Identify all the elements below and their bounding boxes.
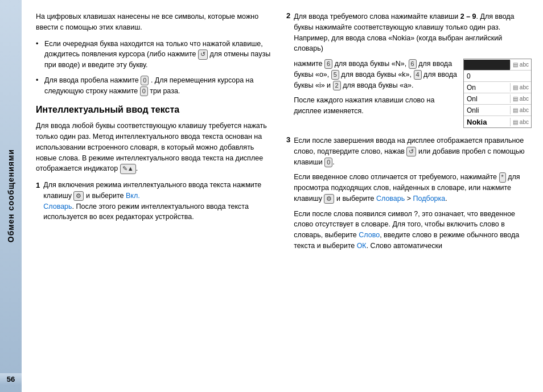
page-number: 56 xyxy=(0,373,22,385)
sidebar: Обмен сообщениями xyxy=(0,0,22,392)
step-1-content: Для включения режима интеллектуального в… xyxy=(43,180,275,222)
step-3-content: Если после завершения ввода на дисплее о… xyxy=(294,135,532,256)
abc-label-on: ▤ abc xyxy=(510,83,531,92)
key-6-n: 6 xyxy=(324,59,332,69)
word-text-nokia: Nokia xyxy=(464,117,510,127)
step-num-1: 1 xyxy=(36,180,40,222)
intro-text: На цифровых клавишах нанесены не все сим… xyxy=(36,11,275,33)
left-step-1: 1 Для включения режима интеллектуального… xyxy=(36,180,275,222)
abc-label-0: ▤ abc xyxy=(510,60,531,69)
key-4-i: 4 xyxy=(414,70,422,80)
word-box-empty: ▤ abc xyxy=(464,59,531,71)
section-title: Интеллектуальный ввод текста xyxy=(36,105,275,115)
dict-key-icon: ⚙ xyxy=(73,191,84,201)
step-2-row: 2 Для ввода требуемого слова нажимайте к… xyxy=(286,11,532,131)
word-text-on: On xyxy=(464,82,510,93)
step-num-3: 3 xyxy=(286,135,290,256)
key-5-k: 5 xyxy=(331,70,339,80)
ok-link[interactable]: ОК xyxy=(357,242,367,250)
left-column: На цифровых клавишах нанесены не все сим… xyxy=(36,11,275,381)
key-6-o: 6 xyxy=(409,59,417,69)
space-key-icon: 0 xyxy=(324,158,332,167)
confirm-key-icon: ↺ xyxy=(406,147,416,156)
word-box-0: 0 xyxy=(464,71,531,82)
zero-key-icon-2: 0 xyxy=(140,86,148,96)
podborka-link[interactable]: Подборка xyxy=(413,195,446,203)
word-empty-text xyxy=(464,60,510,70)
slovar-link[interactable]: Словарь xyxy=(376,195,405,203)
abc-label-nokia: ▤ abc xyxy=(510,118,531,126)
content-area: На цифровых клавишах нанесены не все сим… xyxy=(36,11,532,381)
word-box-onl: Onl ▤ abc xyxy=(464,93,531,105)
slovo-link[interactable]: Слово xyxy=(359,231,380,239)
word-text-0: 0 xyxy=(464,71,531,81)
word-box-on: On ▤ abc xyxy=(464,82,531,93)
bullet-item-1: Если очередная буква находится на только… xyxy=(36,39,275,71)
vkl-slovar-link[interactable]: Вкл.Словарь xyxy=(43,192,139,211)
main-content: На цифровых клавишах нанесены не все сим… xyxy=(22,0,543,392)
indicator-icon: ✎▲ xyxy=(120,164,136,174)
step-num-2: 2 xyxy=(286,11,290,131)
step-3-row: 3 Если после завершения ввода на дисплее… xyxy=(286,135,532,256)
word-text-onli: Onli xyxy=(464,105,510,115)
step-2-content: Для ввода требуемого слова нажимайте кла… xyxy=(294,11,532,131)
bullet-item-2: Для ввода пробела нажмите 0 . Для переме… xyxy=(36,75,275,97)
word-box-nokia: Nokia ▤ abc xyxy=(464,116,531,127)
sidebar-label: Обмен сообщениями xyxy=(6,149,15,242)
step-2-text: Для ввода требуемого слова нажимайте кла… xyxy=(294,11,532,54)
key-2-a: 2 xyxy=(333,81,341,90)
pause-key-icon: ↺ xyxy=(198,49,208,59)
dict2-key-icon: ⚙ xyxy=(324,194,334,204)
abc-label-onl: ▤ abc xyxy=(510,94,531,103)
zero-key-icon-1: 0 xyxy=(141,76,149,85)
word-display-boxes: ▤ abc 0 On ▤ abc Onl ▤ abc xyxy=(463,59,532,128)
step-3-text-1: Если после завершения ввода на дисплее о… xyxy=(294,135,532,167)
left-steps-list: 1 Для включения режима интеллектуального… xyxy=(36,180,275,222)
right-column: 2 Для ввода требуемого слова нажимайте к… xyxy=(286,11,532,381)
word-text-onl: Onl xyxy=(464,94,510,104)
abc-label-onli: ▤ abc xyxy=(510,106,531,114)
step-3-text-3: Если после слова появился символ ?, это … xyxy=(294,209,532,251)
word-boxes-container: ▤ abc 0 On ▤ abc Onl ▤ abc xyxy=(463,59,532,128)
bullet-list: Если очередная буква находится на только… xyxy=(36,39,275,97)
step-3-text-2: Если введенное слово отличается от требу… xyxy=(294,172,532,204)
section-intro: Для ввода любой буквы соответствующую кл… xyxy=(36,121,275,174)
star-key-icon: * xyxy=(499,172,506,182)
word-box-onli: Onli ▤ abc xyxy=(464,105,531,116)
